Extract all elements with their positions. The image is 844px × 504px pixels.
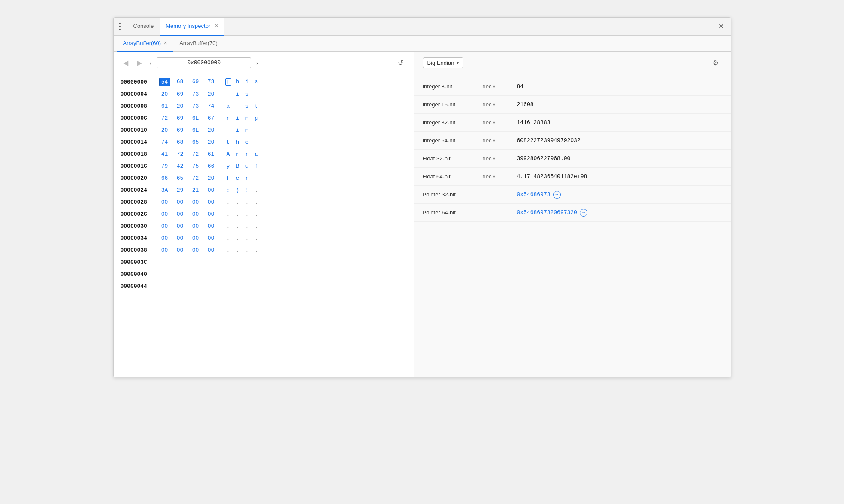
ascii-char[interactable]: [225, 91, 231, 97]
ascii-char[interactable]: y: [225, 163, 231, 169]
window-close-button[interactable]: ✕: [715, 21, 727, 32]
ascii-char[interactable]: .: [235, 223, 241, 229]
hex-cell[interactable]: 69: [175, 115, 186, 122]
ascii-char[interactable]: f: [225, 175, 231, 181]
ascii-char[interactable]: .: [254, 223, 260, 229]
hex-cell[interactable]: 00: [159, 211, 170, 218]
hex-cell[interactable]: 61: [159, 103, 170, 110]
hex-cell[interactable]: 72: [190, 175, 201, 182]
hex-cell[interactable]: 00: [175, 235, 186, 242]
hex-cell[interactable]: 00: [175, 223, 186, 230]
ascii-char[interactable]: r: [225, 115, 231, 121]
ascii-char[interactable]: t: [225, 139, 231, 145]
navigate-pointer-icon-ptr32[interactable]: →: [553, 191, 561, 199]
hex-cell[interactable]: 00: [190, 223, 201, 230]
ascii-char[interactable]: i: [235, 127, 241, 133]
hex-cell[interactable]: 00: [190, 199, 201, 206]
inspector-value-ptr64[interactable]: 0x5468697320697320 →: [517, 209, 722, 217]
ascii-char[interactable]: t: [254, 103, 260, 109]
ascii-char[interactable]: .: [225, 211, 231, 217]
hex-cell[interactable]: 68: [175, 139, 186, 146]
refresh-button[interactable]: ↺: [394, 57, 407, 69]
sub-tab-arraybuffer-60[interactable]: ArrayBuffer(60) ✕: [117, 36, 174, 52]
hex-cell[interactable]: 20: [206, 175, 217, 182]
hex-cell[interactable]: 69: [175, 127, 186, 134]
ascii-char[interactable]: g: [254, 115, 260, 121]
hex-cell[interactable]: 20: [159, 127, 170, 134]
hex-cell[interactable]: 61: [206, 151, 217, 158]
ascii-char[interactable]: i: [235, 115, 241, 121]
ascii-char[interactable]: a: [254, 151, 260, 157]
ascii-char[interactable]: [254, 127, 260, 133]
ascii-char[interactable]: n: [244, 127, 250, 133]
hex-cell[interactable]: 54: [159, 78, 170, 86]
hex-cell[interactable]: 00: [206, 235, 217, 242]
hex-cell[interactable]: 00: [159, 199, 170, 206]
ascii-char[interactable]: [235, 103, 241, 109]
ascii-char[interactable]: .: [244, 223, 250, 229]
format-selector-int16[interactable]: dec▾: [483, 101, 517, 108]
inspector-value-ptr32[interactable]: 0x54686973 →: [517, 191, 722, 199]
settings-button[interactable]: ⚙: [709, 57, 722, 69]
ascii-char[interactable]: .: [235, 199, 241, 205]
format-selector-int64[interactable]: dec▾: [483, 137, 517, 144]
hex-cell[interactable]: 74: [206, 103, 217, 110]
ascii-char[interactable]: .: [244, 211, 250, 217]
back-button[interactable]: ◀: [121, 57, 131, 69]
ascii-char[interactable]: .: [235, 211, 241, 217]
ascii-char[interactable]: r: [244, 175, 250, 181]
forward-button[interactable]: ▶: [134, 57, 145, 69]
ascii-char[interactable]: s: [244, 103, 250, 109]
hex-cell[interactable]: 6E: [190, 127, 201, 134]
tab-console[interactable]: Console: [127, 18, 160, 36]
ascii-char[interactable]: [225, 127, 231, 133]
hex-cell[interactable]: 65: [190, 139, 201, 146]
menu-dots[interactable]: [117, 21, 122, 32]
hex-cell[interactable]: 00: [206, 211, 217, 218]
hex-cell[interactable]: 73: [190, 91, 201, 98]
hex-cell[interactable]: 72: [159, 115, 170, 122]
close-arraybuffer-60-icon[interactable]: ✕: [163, 40, 167, 46]
ascii-char[interactable]: s: [244, 91, 250, 97]
close-memory-inspector-icon[interactable]: ✕: [215, 23, 218, 29]
tab-memory-inspector[interactable]: Memory Inspector ✕: [160, 18, 224, 36]
address-input[interactable]: [157, 57, 251, 68]
ascii-char[interactable]: T: [225, 78, 231, 86]
hex-cell[interactable]: 00: [206, 187, 217, 194]
hex-cell[interactable]: 00: [159, 247, 170, 254]
ascii-char[interactable]: .: [254, 235, 260, 241]
ascii-char[interactable]: [254, 175, 260, 181]
ascii-char[interactable]: h: [235, 139, 241, 145]
ascii-char[interactable]: i: [244, 78, 250, 86]
hex-cell[interactable]: 20: [175, 103, 186, 110]
hex-cell[interactable]: 73: [190, 103, 201, 110]
hex-cell[interactable]: 29: [175, 187, 186, 194]
ascii-char[interactable]: e: [244, 139, 250, 145]
ascii-char[interactable]: u: [244, 163, 250, 169]
ascii-char[interactable]: i: [235, 91, 241, 97]
ascii-char[interactable]: e: [235, 175, 241, 181]
ascii-char[interactable]: .: [254, 187, 260, 193]
format-selector-float32[interactable]: dec▾: [483, 155, 517, 162]
hex-cell[interactable]: 00: [159, 235, 170, 242]
ascii-char[interactable]: f: [254, 163, 260, 169]
hex-cell[interactable]: 00: [175, 199, 186, 206]
ascii-char[interactable]: r: [244, 151, 250, 157]
hex-cell[interactable]: 00: [206, 223, 217, 230]
hex-cell[interactable]: 20: [206, 91, 217, 98]
ascii-char[interactable]: [254, 91, 260, 97]
hex-cell[interactable]: 00: [190, 247, 201, 254]
ascii-char[interactable]: .: [225, 223, 231, 229]
hex-cell[interactable]: 20: [206, 127, 217, 134]
hex-cell[interactable]: 00: [175, 247, 186, 254]
ascii-char[interactable]: .: [235, 247, 241, 254]
format-selector-float64[interactable]: dec▾: [483, 173, 517, 180]
hex-cell[interactable]: 00: [159, 223, 170, 230]
hex-cell[interactable]: 21: [190, 187, 201, 194]
hex-cell[interactable]: 65: [175, 175, 186, 182]
hex-cell[interactable]: 72: [175, 151, 186, 158]
ascii-char[interactable]: .: [254, 211, 260, 217]
ascii-char[interactable]: .: [235, 235, 241, 241]
next-address-button[interactable]: ›: [254, 58, 260, 68]
hex-cell[interactable]: 66: [206, 163, 217, 170]
